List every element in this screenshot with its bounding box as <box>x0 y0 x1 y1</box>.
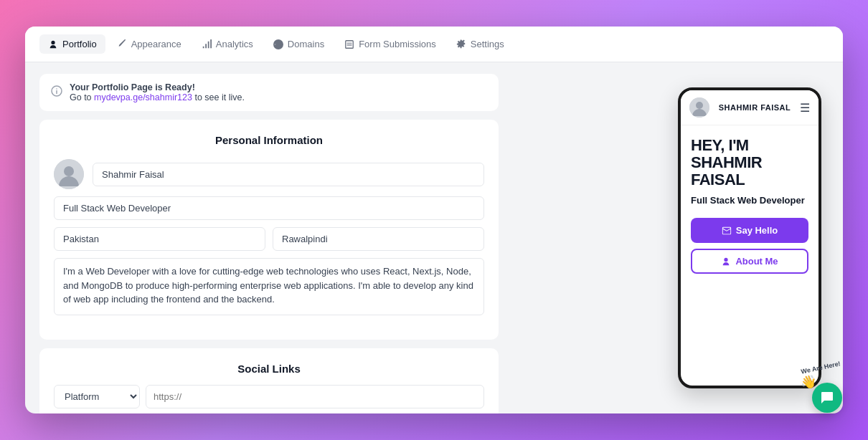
svg-point-7 <box>64 166 74 176</box>
title-input[interactable] <box>54 196 484 220</box>
social-links-card: Social Links Platform Github LinkedIn Tw… <box>39 348 499 413</box>
bio-field: I'm a Web Developer with a love for cutt… <box>54 258 484 318</box>
nav-domains[interactable]: Domains <box>265 34 333 54</box>
name-input[interactable] <box>93 163 484 186</box>
bio-textarea[interactable]: I'm a Web Developer with a love for cutt… <box>54 258 484 315</box>
location-row <box>54 227 484 251</box>
bio-row: I'm a Web Developer with a love for cutt… <box>54 258 484 318</box>
chat-bubble[interactable] <box>812 383 842 413</box>
chat-widget: We Are Here! 👋 <box>812 383 842 413</box>
personal-info-title: Personal Information <box>54 134 484 146</box>
nav-settings[interactable]: Settings <box>448 34 513 54</box>
hamburger-icon[interactable]: ☰ <box>800 101 810 115</box>
country-field <box>54 227 265 251</box>
right-panel: SHAHMIR FAISAL ☰ HEY, I'M SHAHMIR FAISAL… <box>656 62 843 413</box>
notice-icon <box>51 85 62 100</box>
city-input[interactable] <box>273 227 484 251</box>
url-input[interactable] <box>146 385 484 408</box>
content-area: Your Portfolio Page is Ready! Go to myde… <box>25 62 843 413</box>
avatar <box>54 159 84 189</box>
svg-point-5 <box>56 88 57 90</box>
nav-analytics[interactable]: Analytics <box>193 34 262 54</box>
person-icon <box>721 257 731 267</box>
phone-header-name: SHAHMIR FAISAL <box>719 103 791 112</box>
nav-portfolio[interactable]: Portfolio <box>39 34 105 54</box>
phone-body: HEY, I'M SHAHMIR FAISAL Full Stack Web D… <box>681 125 819 386</box>
chat-widget-container: We Are Here! 👋 <box>812 383 842 413</box>
svg-point-9 <box>696 102 703 109</box>
country-input[interactable] <box>54 227 265 251</box>
phone-subtitle: Full Stack Web Developer <box>691 195 805 207</box>
brush-icon <box>117 39 127 49</box>
center-panel: Your Portfolio Page is Ready! Go to myde… <box>25 62 656 413</box>
phone-header: SHAHMIR FAISAL ☰ <box>681 90 819 125</box>
svg-rect-0 <box>346 40 354 48</box>
svg-rect-4 <box>56 90 57 94</box>
personal-info-card: Personal Information <box>39 120 499 340</box>
city-field <box>273 227 484 251</box>
user-icon <box>48 39 58 49</box>
main-window: Portfolio Appearance Analytics Domains <box>25 27 843 413</box>
chat-emoji: 👋 <box>801 374 816 390</box>
title-row <box>54 196 484 220</box>
settings-icon <box>456 39 466 49</box>
social-links-title: Social Links <box>54 363 484 375</box>
title-field <box>54 196 484 220</box>
envelope-icon <box>722 226 732 236</box>
globe-icon <box>273 39 283 49</box>
platform-select[interactable]: Platform Github LinkedIn Twitter <box>54 385 140 408</box>
form-icon <box>344 39 354 49</box>
avatar-name-row <box>54 159 484 189</box>
phone-frame: SHAHMIR FAISAL ☰ HEY, I'M SHAHMIR FAISAL… <box>678 87 821 388</box>
social-add-row: Platform Github LinkedIn Twitter <box>54 385 484 408</box>
phone-avatar <box>689 97 709 118</box>
phone-hero-title: HEY, I'M SHAHMIR FAISAL <box>691 137 808 189</box>
notice-banner: Your Portfolio Page is Ready! Go to myde… <box>39 74 499 111</box>
about-me-button[interactable]: About Me <box>691 249 808 274</box>
notice-text: Your Portfolio Page is Ready! Go to myde… <box>70 82 245 102</box>
top-nav: Portfolio Appearance Analytics Domains <box>25 27 843 62</box>
nav-appearance[interactable]: Appearance <box>108 34 190 54</box>
chart-icon <box>202 39 212 49</box>
chat-icon <box>820 391 834 405</box>
portfolio-link[interactable]: mydevpa.ge/shahmir123 <box>94 92 192 102</box>
nav-form-submissions[interactable]: Form Submissions <box>336 34 445 54</box>
say-hello-button[interactable]: Say Hello <box>691 218 808 243</box>
